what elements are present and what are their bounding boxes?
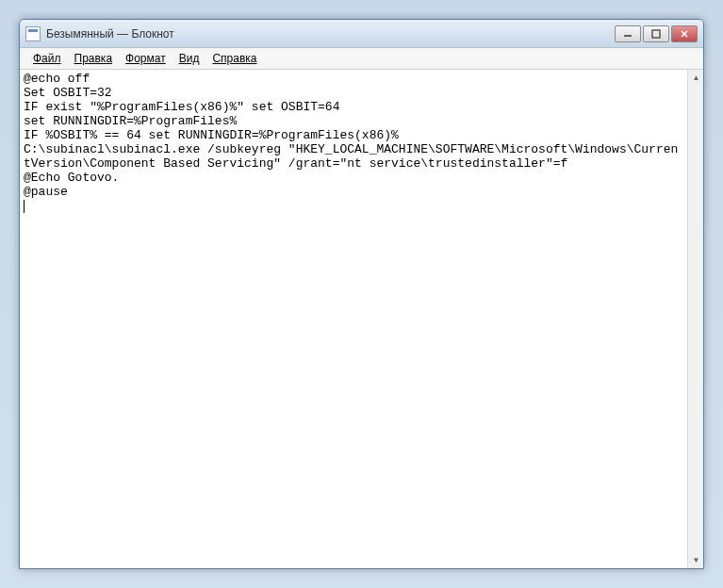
menu-format[interactable]: Формат [120, 50, 172, 67]
text-cursor [24, 200, 25, 213]
minimize-button[interactable] [615, 25, 641, 42]
editor-text: @echo off Set OSBIT=32 IF exist "%Progra… [24, 72, 678, 199]
menu-help[interactable]: Справка [206, 50, 262, 67]
menu-file[interactable]: Файл [27, 50, 67, 67]
vertical-scrollbar[interactable]: ▲ ▼ [687, 70, 703, 568]
notepad-window: Безымянный — Блокнот Файл Правка Формат … [19, 19, 704, 569]
menubar: Файл Правка Формат Вид Справка [20, 48, 703, 70]
scroll-up-arrow[interactable]: ▲ [688, 70, 704, 86]
menu-edit[interactable]: Правка [69, 50, 119, 67]
menu-view[interactable]: Вид [173, 50, 205, 67]
app-icon [25, 26, 41, 41]
svg-rect-1 [652, 30, 660, 38]
maximize-button[interactable] [643, 25, 669, 42]
scroll-down-arrow[interactable]: ▼ [688, 552, 704, 568]
content-area: @echo off Set OSBIT=32 IF exist "%Progra… [20, 70, 703, 568]
titlebar[interactable]: Безымянный — Блокнот [20, 20, 703, 48]
window-title: Безымянный — Блокнот [46, 27, 615, 41]
text-editor[interactable]: @echo off Set OSBIT=32 IF exist "%Progra… [20, 70, 687, 568]
close-button[interactable] [671, 25, 698, 42]
window-controls [615, 25, 698, 42]
